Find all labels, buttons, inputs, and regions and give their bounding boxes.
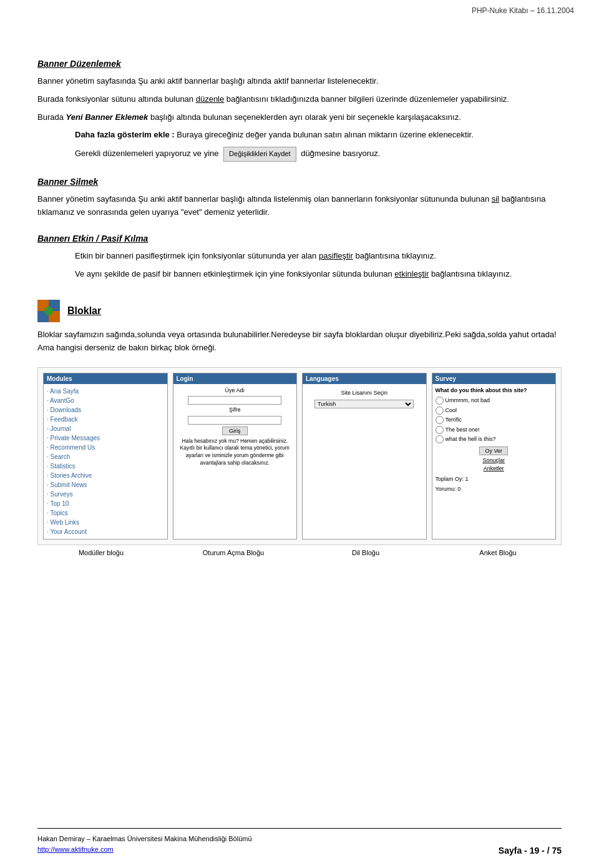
modules-block-content: Ana Sayfa AvantGo Downloads Feedback Jou… [44, 384, 167, 539]
bloklar-icon [37, 300, 60, 322]
survey-block-header: Survey [432, 373, 556, 384]
survey-radio-1[interactable] [436, 397, 444, 405]
survey-option-5: what the hell is this? [436, 435, 553, 444]
anketler-link[interactable]: Anketler [436, 465, 553, 473]
modules-link-avantgo[interactable]: AvantGo [47, 396, 164, 405]
footer: Hakan Demiray – Karaelmas Üniversitesi M… [37, 828, 562, 856]
languages-block-header: Languages [303, 373, 426, 384]
username-label: Üye Adı [177, 387, 294, 395]
banneri-etkin-para1: Etkin bir banneri pasifleştirmek için fo… [75, 250, 562, 263]
block-labels: Modüller bloğu Oturum Açma Bloğu Dil Blo… [37, 549, 562, 556]
modules-block-header: Modules [44, 373, 167, 384]
footer-page-info: Sayfa - 19 - / 75 [499, 846, 562, 856]
total-votes: Toplam Oy: 1 [436, 475, 553, 484]
modules-link-recommend[interactable]: Recommend Us [47, 443, 164, 452]
login-block-header: Login [173, 373, 297, 384]
password-label: Şifre [177, 406, 294, 415]
bloklar-title: Bloklar [67, 305, 101, 317]
modules-link-feedback[interactable]: Feedback [47, 415, 164, 424]
banner-duzenlemek-para2: Burada fonksiyonlar sütunu altında bulun… [37, 93, 562, 106]
results-link[interactable]: Sonuçlar [436, 456, 553, 465]
banneri-etkin-section: Bannerı Etkin / Pasif Kılma Etkin bir ba… [37, 234, 562, 281]
banner-silmek-title: Banner Silmek [37, 177, 562, 187]
survey-radio-5[interactable] [436, 435, 444, 443]
banner-duzenlemek-section: Banner Düzenlemek Banner yönetim sayfası… [37, 59, 562, 162]
sil-link[interactable]: sil [492, 194, 499, 204]
modules-link-top10[interactable]: Top 10 [47, 499, 164, 508]
demo-blocks-container: Modules Ana Sayfa AvantGo Downloads Feed… [37, 367, 562, 545]
banner-duzenlemek-para3: Burada Yeni Banner Eklemek başlığı altın… [37, 111, 562, 124]
yorum-votes: Yorumu: 0 [436, 485, 553, 494]
username-input[interactable] [188, 396, 281, 405]
survey-option-4: The best one! [436, 426, 553, 435]
bloklar-para1: Bloklar sayfamızın sağında,solunda veya … [37, 328, 562, 355]
modules-block-label: Modüller bloğu [37, 549, 165, 556]
modules-link-downloads[interactable]: Downloads [47, 405, 164, 415]
degisiklik-para: Gerekli düzenlemeleri yapıyoruz ve yine … [75, 147, 562, 162]
languages-block: Languages Site Lisanını Seçin Turkish [302, 373, 427, 540]
language-block-label: Dil Bloğu [302, 549, 429, 556]
svg-point-4 [44, 307, 53, 315]
bloklar-section: Bloklar Bloklar sayfamızın sağında,solun… [37, 300, 562, 556]
modules-block: Modules Ana Sayfa AvantGo Downloads Feed… [43, 373, 168, 540]
modules-link-surveys[interactable]: Surveys [47, 490, 164, 499]
survey-radio-3[interactable] [436, 416, 444, 424]
modules-link-topics[interactable]: Topics [47, 508, 164, 518]
modules-link-stories[interactable]: Stories Archive [47, 471, 164, 480]
survey-block-label: Anket Bloğu [434, 549, 562, 556]
footer-author: Hakan Demiray – Karaelmas Üniversitesi M… [37, 834, 252, 845]
page-header-title: PHP-Nuke Kitabı – 16.11.2004 [472, 6, 574, 15]
modules-link-search[interactable]: Search [47, 452, 164, 461]
login-block: Login Üye Adı Şifre Giriş Hala hesabınız… [173, 373, 298, 540]
survey-radio-2[interactable] [436, 407, 444, 415]
survey-block-content: What do you think about this site? Ummmm… [432, 384, 556, 496]
modules-link-journal[interactable]: Journal [47, 424, 164, 433]
footer-left: Hakan Demiray – Karaelmas Üniversitesi M… [37, 834, 252, 856]
banneri-etkin-para2: Ve aynı şekilde de pasif bir bannerı etk… [75, 268, 562, 281]
modules-link-private[interactable]: Private Messages [47, 433, 164, 443]
banner-duzenlemek-title: Banner Düzenlemek [37, 59, 562, 69]
footer-url[interactable]: http://www.aktifnuke.com [37, 846, 114, 853]
modules-link-statistics[interactable]: Statistics [47, 461, 164, 471]
etkinlestir-link[interactable]: etkinleştir [394, 269, 429, 279]
modules-link-weblinks[interactable]: Web Links [47, 518, 164, 527]
survey-option-1: Ummmm, not bad [436, 397, 553, 405]
survey-option-3: Terrific [436, 416, 553, 425]
survey-radio-4[interactable] [436, 426, 444, 434]
modules-link-youraccount[interactable]: Your Account [47, 527, 164, 536]
survey-block: Survey What do you think about this site… [432, 373, 557, 540]
duzenle-link[interactable]: düzenle [196, 94, 225, 104]
modules-link-submit[interactable]: Submit News [47, 480, 164, 490]
banner-silmek-para1: Banner yönetim sayfasında Şu anki aktif … [37, 193, 562, 219]
survey-option-2: Cool [436, 407, 553, 415]
language-site-label: Site Lisanını Seçin [306, 389, 423, 398]
banner-duzenlemek-para1: Banner yönetim sayfasında Şu anki aktif … [37, 75, 562, 88]
banneri-etkin-title: Bannerı Etkin / Pasif Kılma [37, 234, 562, 244]
banner-silmek-section: Banner Silmek Banner yönetim sayfasında … [37, 177, 562, 219]
login-button[interactable]: Giriş [222, 427, 248, 435]
vote-button[interactable]: Oy Ver [479, 446, 508, 455]
languages-block-content: Site Lisanını Seçin Turkish [303, 384, 426, 414]
login-block-content: Üye Adı Şifre Giriş Hala hesabınız yok m… [173, 384, 297, 470]
password-input[interactable] [188, 416, 281, 425]
login-note: Hala hesabınız yok mu? Hemen açabilirsin… [177, 438, 294, 468]
degisiklikleri-kaydet-button[interactable]: Değişiklikleri Kaydet [223, 147, 296, 162]
language-select[interactable]: Turkish [314, 400, 414, 408]
daha-fazla-para: Daha fazla gösterim ekle : Buraya girece… [75, 129, 562, 142]
modules-link-anasayfa[interactable]: Ana Sayfa [47, 387, 164, 396]
pasiflesir-link[interactable]: pasifleştir [319, 251, 353, 260]
survey-question: What do you think about this site? [436, 387, 553, 395]
yeni-banner-eklemek-highlight: Yeni Banner Eklemek [66, 112, 149, 122]
login-block-label: Oturum Açma Bloğu [170, 549, 297, 556]
